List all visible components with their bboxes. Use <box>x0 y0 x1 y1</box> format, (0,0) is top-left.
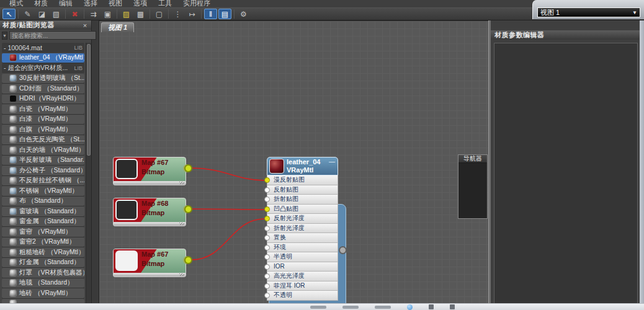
material-node-leather04[interactable]: leather_04 VRayMtl — 漫反射贴图反射贴图折射贴图凹凸贴图反射… <box>267 157 338 301</box>
show-map-in-viewport-on-icon[interactable]: ▨ <box>120 9 133 19</box>
move-children-icon[interactable]: ⇉ <box>87 9 100 19</box>
menu-item-4[interactable]: 视图 <box>103 0 128 7</box>
browser-item-row[interactable]: 白色无反光陶瓷 （St... <box>2 135 84 145</box>
menu-item-5[interactable]: 选项 <box>128 0 153 7</box>
taskbar-icon[interactable] <box>429 304 434 309</box>
taskbar-item[interactable] <box>375 306 391 309</box>
browser-group-row[interactable]: - 超全的室内VR材质...LIB <box>2 63 84 73</box>
material-node-header[interactable]: leather_04 VRayMtl — <box>267 157 338 175</box>
delete-selected-icon[interactable]: ✖ <box>68 9 81 19</box>
material-slot-5[interactable]: 折射光泽度 <box>267 224 338 234</box>
show-map-in-viewport-off-icon[interactable]: ▩ <box>134 9 147 19</box>
layout-all-vertical-icon[interactable]: ‖ <box>204 9 217 19</box>
browser-item-row[interactable]: 灯金属 （Standard） <box>2 258 84 268</box>
select-tool-options-icon[interactable]: ⚙ <box>237 9 250 19</box>
browser-item-row[interactable]: 半反射玻璃 （Standar... <box>2 156 84 166</box>
material-slot-6[interactable]: 置换 <box>267 233 338 243</box>
browser-item-row[interactable]: HDRI（VRayHDRI） <box>2 94 84 104</box>
material-slot-8[interactable]: 半透明 <box>267 252 338 262</box>
material-slot-1[interactable]: 反射贴图 <box>267 185 338 195</box>
pick-material-eyedropper-icon[interactable]: ✎ <box>21 9 34 19</box>
material-slot-0[interactable]: 漫反射贴图 <box>267 175 338 185</box>
map-node-0[interactable]: Map #67Bitmap <box>113 157 186 185</box>
browser-item-row[interactable]: leather_04 （VRayMtl） <box>2 53 84 63</box>
update-preview-icon[interactable]: ▣ <box>101 9 114 19</box>
node-view-canvas[interactable]: 视图 1 Map #67BitmapMap #68BitmapMap #67Bi… <box>99 20 488 304</box>
input-socket[interactable] <box>264 283 270 289</box>
menu-item-0[interactable]: 模式 <box>4 0 29 7</box>
select-tool-icon[interactable]: ↖ <box>2 9 16 19</box>
input-socket-connected[interactable] <box>264 216 270 221</box>
browser-item-row[interactable]: 白旗 （VRayMtl） <box>2 125 84 135</box>
taskbar-icon[interactable] <box>450 304 455 309</box>
menu-item-7[interactable]: 实用程序 <box>177 0 216 7</box>
minimize-icon[interactable]: — <box>329 159 335 165</box>
menu-item-1[interactable]: 材质 <box>29 0 53 7</box>
show-background-icon[interactable]: ▢ <box>153 9 166 19</box>
layout-children-icon[interactable]: ▤ <box>218 9 231 19</box>
resize-grip-icon[interactable] <box>179 273 184 276</box>
material-slot-12[interactable]: 不透明 <box>267 291 338 301</box>
browser-item-row[interactable]: 地砖 （VRayMtl） <box>2 288 84 298</box>
browser-item-row[interactable]: 白天的墙 （VRayMtl） <box>2 145 84 155</box>
input-socket[interactable] <box>264 273 270 279</box>
taskbar-item[interactable] <box>310 306 326 309</box>
browser-item-row[interactable]: 不锈钢 （VRayMtl） <box>2 186 84 196</box>
browser-item-row[interactable]: 灯罩 （VR材质包裹器） <box>2 268 84 278</box>
taskbar-item[interactable] <box>342 306 359 309</box>
browser-scrollbar-thumb[interactable] <box>87 44 91 156</box>
resize-grip-icon[interactable] <box>179 182 184 184</box>
close-icon[interactable]: × <box>81 22 89 29</box>
browser-item-row[interactable]: 白漆 （VRayMtl） <box>2 115 84 125</box>
pick-material-from-object-icon[interactable]: ◪ <box>35 9 48 19</box>
browser-item-row[interactable]: 30反射透明玻璃 （St... <box>2 74 84 84</box>
input-socket[interactable] <box>264 264 270 270</box>
menu-item-3[interactable]: 选择 <box>78 0 103 7</box>
map-node-1[interactable]: Map #68Bitmap <box>113 198 186 226</box>
material-slot-10[interactable]: 高光光泽度 <box>267 272 338 281</box>
browser-item-row[interactable]: 地毯 （Standard） <box>2 278 84 288</box>
input-socket[interactable] <box>264 226 270 231</box>
view-tab-1[interactable]: 视图 1 <box>101 22 134 32</box>
browser-item-row[interactable]: 窗帘2 （VRayMtl） <box>2 237 84 247</box>
browser-item-row[interactable]: 窗帘 （VRayMtl） <box>2 227 84 237</box>
material-output-socket[interactable] <box>339 246 347 254</box>
material-slot-9[interactable]: IOR <box>267 262 338 272</box>
browser-title-bar[interactable]: 材质/贴图浏览器 × <box>0 20 91 30</box>
browser-item-row[interactable]: 办公椅子 （Standard） <box>2 166 84 175</box>
resize-grip-icon[interactable] <box>179 223 184 225</box>
viewport-dropdown[interactable]: 视图 1 ▼ <box>537 7 640 17</box>
menu-item-2[interactable]: 编辑 <box>53 0 78 7</box>
map-output-socket[interactable] <box>184 256 192 264</box>
material-slot-3[interactable]: 凹凸贴图 <box>267 205 338 215</box>
browser-scrollbar[interactable] <box>86 43 91 304</box>
material-slot-11[interactable]: 菲涅耳 IOR <box>267 281 338 291</box>
menu-item-6[interactable]: 工具 <box>153 0 177 7</box>
input-socket[interactable] <box>264 235 270 241</box>
browser-item-row[interactable]: 布 （Standard） <box>2 197 84 206</box>
input-socket[interactable] <box>264 293 270 298</box>
browser-item-row[interactable]: 粗糙地砖 （VRayMtl） <box>2 247 84 257</box>
map-node-2[interactable]: Map #67Bitmap <box>113 249 186 277</box>
browser-taskbar-icon[interactable] <box>407 304 413 310</box>
input-socket[interactable] <box>264 197 270 202</box>
left-splitter[interactable] <box>92 20 99 310</box>
map-output-socket[interactable] <box>184 164 192 172</box>
input-socket[interactable] <box>264 187 270 193</box>
layout-arrow-icon[interactable]: ↦ <box>186 9 199 19</box>
show-shaded-material-icon[interactable]: ⋮ <box>171 9 184 19</box>
material-slot-7[interactable]: 环境 <box>267 243 338 253</box>
browser-group-row[interactable]: - 100064.matLIB <box>2 43 84 53</box>
search-input[interactable] <box>9 31 96 40</box>
browser-item-row[interactable]: 窗玻璃 （Standard） <box>2 206 84 216</box>
browser-item-row[interactable]: 不反射拉丝不锈钢 （... <box>2 176 84 186</box>
map-output-socket[interactable] <box>184 205 192 213</box>
material-slot-2[interactable]: 折射贴图 <box>267 195 338 205</box>
material-slot-4[interactable]: 反射光泽度 <box>267 214 338 224</box>
assign-material-to-selection-icon[interactable]: ▧ <box>50 9 63 19</box>
browser-item-row[interactable]: 白瓷 （VRayMtl） <box>2 104 84 114</box>
navigator-panel[interactable]: 导航器 <box>458 154 488 219</box>
input-socket[interactable] <box>264 245 270 250</box>
input-socket[interactable] <box>264 254 270 260</box>
filter-dropdown-icon[interactable]: ▼ <box>2 32 7 40</box>
